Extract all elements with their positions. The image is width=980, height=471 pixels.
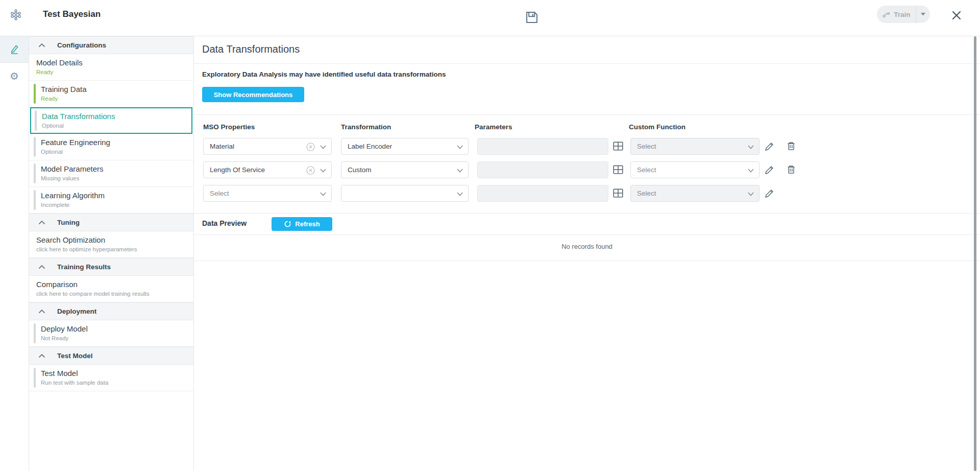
column-header-parameters: Parameters	[475, 123, 512, 131]
custom-function-select[interactable]: Select	[630, 161, 760, 178]
chevron-down-icon	[457, 192, 463, 196]
chevron-up-icon	[38, 309, 45, 314]
section-header-test-model[interactable]: Test Model	[29, 347, 193, 365]
parameters-input	[477, 161, 608, 178]
chevron-down-icon	[320, 169, 326, 173]
custom-function-select[interactable]: Select	[630, 138, 760, 155]
sidebar-item-learning-algorithm[interactable]: Learning Algorithm Incomplete	[29, 187, 193, 214]
item-title: Comparison	[36, 279, 189, 289]
mso-select[interactable]: Length Of Service	[203, 161, 332, 178]
status-bar	[34, 163, 36, 183]
select-value: Select	[637, 143, 656, 150]
train-button-main[interactable]: Train	[877, 6, 916, 23]
select-value: Custom	[348, 166, 372, 174]
show-recommendations-button[interactable]: Show Recommendations	[202, 87, 304, 102]
item-title: Search Optimization	[36, 235, 189, 245]
item-status: Incomplete	[41, 201, 189, 209]
rail-item-edit[interactable]	[0, 36, 29, 63]
transformation-select[interactable]: Label Encoder	[341, 138, 469, 155]
pencil-icon[interactable]	[765, 188, 775, 198]
transformation-select[interactable]: Custom	[341, 161, 469, 178]
item-title: Learning Algorithm	[41, 191, 189, 200]
train-button[interactable]: Train	[877, 6, 930, 23]
section-header-configurations[interactable]: Configurations	[29, 36, 193, 54]
vertical-scrollbar[interactable]	[974, 36, 976, 471]
refresh-button[interactable]: Refresh	[272, 217, 332, 231]
status-bar	[35, 110, 37, 131]
section-header-tuning[interactable]: Tuning	[29, 214, 193, 231]
pencil-icon[interactable]	[765, 141, 775, 151]
select-value: Select	[210, 190, 229, 197]
left-rail: ⚙	[0, 36, 29, 471]
sidebar-item-training-data[interactable]: Training Data Ready	[29, 81, 193, 107]
eda-note: Exploratory Data Analysis may have ident…	[202, 70, 446, 78]
status-bar	[34, 368, 36, 388]
chevron-up-icon	[38, 265, 45, 269]
mso-select[interactable]: Select	[203, 185, 332, 202]
section-label: Training Results	[57, 263, 111, 271]
select-value: Select	[637, 166, 656, 174]
grid-icon[interactable]	[612, 187, 624, 199]
chevron-up-icon	[38, 354, 45, 358]
sidebar-item-test-model[interactable]: Test Model Run test with sample data	[29, 365, 193, 391]
item-status: Ready	[41, 95, 189, 103]
save-icon[interactable]	[525, 10, 539, 25]
table-row: Length Of Service Custom Select	[194, 161, 980, 178]
model-nodes-icon[interactable]	[9, 9, 22, 21]
trash-icon[interactable]	[786, 164, 796, 175]
section-header-training-results[interactable]: Training Results	[29, 258, 193, 276]
item-title: Feature Engineering	[41, 137, 189, 147]
train-button-label: Train	[894, 11, 910, 18]
item-status: Not Ready	[41, 335, 189, 342]
item-status: Ready	[36, 68, 189, 76]
pencil-icon	[9, 44, 20, 55]
divider	[194, 261, 980, 261]
close-button[interactable]	[950, 9, 963, 21]
circle-x-icon[interactable]	[306, 143, 315, 151]
circle-x-icon[interactable]	[306, 166, 315, 175]
column-header-transformation: Transformation	[341, 123, 391, 131]
grid-icon[interactable]	[612, 140, 624, 152]
status-bar	[34, 323, 36, 343]
gear-icon: ⚙	[10, 71, 19, 81]
sidebar-item-data-transformations[interactable]: Data Transformations Optional	[30, 107, 192, 134]
sidebar-item-search-optimization[interactable]: Search Optimization click here to optimi…	[29, 231, 193, 258]
sidebar-item-comparison[interactable]: Comparison click here to compare model t…	[29, 276, 193, 302]
sidebar-item-feature-engineering[interactable]: Feature Engineering Optional	[29, 134, 193, 160]
transformation-select[interactable]	[341, 185, 469, 202]
main-panel: Data Transformations Exploratory Data An…	[194, 36, 980, 471]
pencil-icon[interactable]	[765, 164, 775, 175]
item-status: Optional	[42, 122, 187, 130]
train-dropdown-button[interactable]	[916, 6, 930, 23]
section-header-deployment[interactable]: Deployment	[29, 302, 193, 320]
trash-icon[interactable]	[786, 141, 796, 151]
chevron-up-icon	[38, 43, 45, 48]
page-section-title: Data Transformations	[202, 43, 300, 55]
mso-select[interactable]: Material	[203, 138, 332, 155]
sidebar-item-deploy-model[interactable]: Deploy Model Not Ready	[29, 320, 193, 347]
chevron-down-icon	[320, 192, 326, 196]
table-row: Material Label Encoder Select	[194, 138, 980, 155]
item-title: Test Model	[41, 368, 189, 378]
sidebar-item-model-details[interactable]: Model Details Ready	[29, 54, 193, 81]
select-value: Length Of Service	[210, 166, 265, 174]
section-label: Tuning	[57, 219, 80, 226]
chevron-down-icon	[457, 145, 463, 149]
status-bar	[34, 190, 36, 210]
sidebar-item-model-parameters[interactable]: Model Parameters Missing values	[29, 160, 193, 187]
custom-function-select[interactable]: Select	[630, 185, 760, 202]
page-title: Test Bayesian	[43, 9, 101, 19]
chevron-up-icon	[38, 220, 45, 225]
column-header-mso: MSO Properties	[203, 123, 255, 131]
divider	[194, 114, 980, 115]
parameters-input	[477, 185, 608, 202]
item-status: click here to compare model training res…	[36, 290, 189, 298]
top-bar: Test Bayesian Train	[0, 0, 980, 36]
config-sidebar: Configurations Model Details Ready Train…	[29, 36, 194, 471]
item-status: Run test with sample data	[41, 379, 189, 387]
chevron-down-icon	[748, 192, 754, 196]
grid-icon[interactable]	[612, 164, 624, 175]
rail-item-settings[interactable]: ⚙	[0, 63, 29, 89]
chevron-down-icon	[457, 169, 463, 173]
select-value: Select	[637, 190, 656, 197]
